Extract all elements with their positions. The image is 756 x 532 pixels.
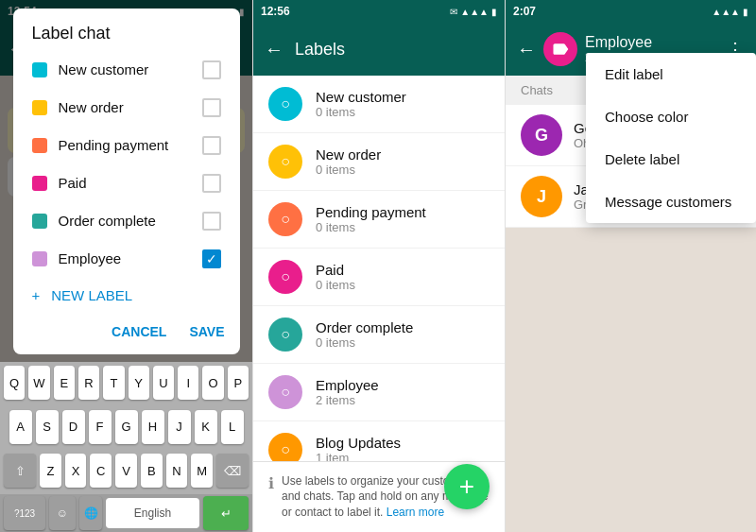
checkbox-pending-payment[interactable]	[202, 136, 221, 155]
label-circle-new-customer: ○	[268, 87, 302, 121]
key-n[interactable]: N	[166, 454, 188, 488]
back-button-3[interactable]: ←	[517, 39, 536, 60]
label-count-3: 0 items	[316, 220, 490, 234]
key-q[interactable]: Q	[4, 366, 25, 400]
label-count-7: 1 item	[316, 451, 490, 461]
key-b[interactable]: B	[141, 454, 163, 488]
dropdown-message-customers[interactable]: Message customers	[586, 180, 756, 223]
key-u[interactable]: U	[153, 366, 174, 400]
key-globe[interactable]: 🌐	[79, 496, 102, 530]
label-icon-new-order: ○	[281, 153, 290, 170]
key-m[interactable]: M	[191, 454, 213, 488]
label-color-order-complete	[32, 214, 47, 229]
labels-header: ← Labels	[253, 23, 505, 76]
label-circle-paid: ○	[268, 260, 302, 294]
label-name-new-order: New order	[59, 99, 191, 115]
label-name-paid: Paid	[59, 175, 191, 191]
plus-icon: +	[32, 287, 41, 303]
label-row-employee[interactable]: ○ Employee 2 items	[253, 364, 505, 421]
label-name-2: New order	[316, 146, 490, 163]
key-p[interactable]: P	[228, 366, 249, 400]
label-info-blog-updates: Blog Updates 1 item	[316, 435, 490, 461]
label-name-employee: Employee	[59, 250, 191, 266]
checkbox-new-customer[interactable]	[202, 60, 221, 79]
key-w[interactable]: W	[28, 366, 49, 400]
label-color-new-customer	[32, 62, 47, 77]
checkbox-employee[interactable]: ✓	[202, 249, 221, 268]
cancel-button[interactable]: CANCEL	[112, 320, 166, 343]
key-l[interactable]: L	[221, 410, 244, 444]
label-info-pending-payment: Pending payment 0 items	[316, 204, 490, 234]
label-info-order-complete: Order complete 0 items	[316, 319, 490, 350]
checkbox-paid[interactable]	[202, 174, 221, 193]
label-name-4: Paid	[316, 262, 490, 278]
key-r[interactable]: R	[78, 366, 99, 400]
key-f[interactable]: F	[89, 410, 112, 444]
key-s[interactable]: S	[36, 410, 59, 444]
modal-item-paid: Paid	[13, 164, 240, 202]
key-h[interactable]: H	[142, 410, 164, 444]
key-emoji[interactable]: ☺	[49, 496, 76, 530]
key-a[interactable]: A	[9, 410, 32, 444]
key-z[interactable]: Z	[40, 454, 61, 488]
key-num[interactable]: ?123	[4, 496, 45, 530]
key-d[interactable]: D	[62, 410, 85, 444]
label-name-6: Employee	[316, 377, 490, 393]
signal-icon-3: ▲▲▲	[712, 7, 740, 17]
checkbox-order-complete[interactable]	[202, 212, 221, 231]
signal-icon-2: ▲▲▲	[460, 7, 489, 17]
labels-title: Labels	[295, 40, 493, 60]
save-button[interactable]: SAVE	[189, 320, 224, 343]
label-row-blog-updates[interactable]: ○ Blog Updates 1 item	[253, 421, 505, 461]
label-row-paid[interactable]: ○ Paid 0 items	[253, 249, 505, 306]
key-space[interactable]: English	[106, 498, 199, 528]
label-icon-employee: ○	[281, 384, 290, 401]
label-info-new-customer: New customer 0 items	[316, 89, 490, 119]
label-row-new-order[interactable]: ○ New order 0 items	[253, 133, 505, 191]
key-v[interactable]: V	[115, 454, 137, 488]
key-j[interactable]: J	[168, 410, 191, 444]
employee-title: Employee	[585, 34, 711, 51]
new-label-button[interactable]: + NEW LABEL	[13, 278, 240, 313]
label-circle-new-order: ○	[268, 145, 302, 179]
label-icon-pending-payment: ○	[281, 211, 290, 228]
key-x[interactable]: X	[65, 454, 87, 488]
label-name-5: Order complete	[316, 319, 490, 335]
keyboard: Q W E R T Y U I O P A S D F G H J K L ⇧ …	[0, 362, 252, 532]
key-y[interactable]: Y	[129, 366, 149, 400]
label-row-order-complete[interactable]: ○ Order complete 0 items	[253, 306, 505, 364]
key-g[interactable]: G	[115, 410, 138, 444]
label-info-employee: Employee 2 items	[316, 377, 490, 407]
back-button-2[interactable]: ←	[265, 39, 284, 60]
key-t[interactable]: T	[103, 366, 124, 400]
learn-more-link[interactable]: Learn more	[387, 506, 444, 519]
key-shift[interactable]: ⇧	[4, 454, 36, 488]
avatar-jaroslav: J	[521, 176, 562, 217]
modal-title: Label chat	[13, 9, 240, 51]
key-e[interactable]: E	[54, 366, 75, 400]
dropdown-delete-label[interactable]: Delete label	[586, 138, 756, 180]
employee-avatar	[543, 32, 577, 66]
info-icon: ℹ	[268, 474, 274, 492]
dropdown-choose-color[interactable]: Choose color	[586, 95, 756, 138]
status-time-3: 2:07	[513, 5, 536, 18]
status-icons-3: ▲▲▲ ▮	[712, 7, 748, 17]
status-bar-2: 12:56 ✉ ▲▲▲ ▮	[253, 0, 505, 23]
fab-button[interactable]: +	[444, 464, 490, 509]
key-i[interactable]: I	[178, 366, 198, 400]
label-name-3: Pending payment	[316, 204, 490, 220]
label-row-new-customer[interactable]: ○ New customer 0 items	[253, 76, 505, 133]
key-k[interactable]: K	[195, 410, 217, 444]
label-row-pending-payment[interactable]: ○ Pending payment 0 items	[253, 191, 505, 249]
label-count-6: 2 items	[316, 393, 490, 407]
checkbox-new-order[interactable]	[202, 98, 221, 117]
key-backspace[interactable]: ⌫	[216, 454, 249, 488]
label-tag-icon	[551, 40, 570, 59]
label-icon-blog-updates: ○	[281, 441, 290, 458]
key-c[interactable]: C	[90, 454, 112, 488]
dropdown-edit-label[interactable]: Edit label	[586, 53, 756, 95]
key-o[interactable]: O	[202, 366, 223, 400]
key-enter[interactable]: ↵	[203, 496, 249, 530]
label-count-1: 0 items	[316, 105, 490, 119]
modal-item-employee: Employee ✓	[13, 240, 240, 278]
